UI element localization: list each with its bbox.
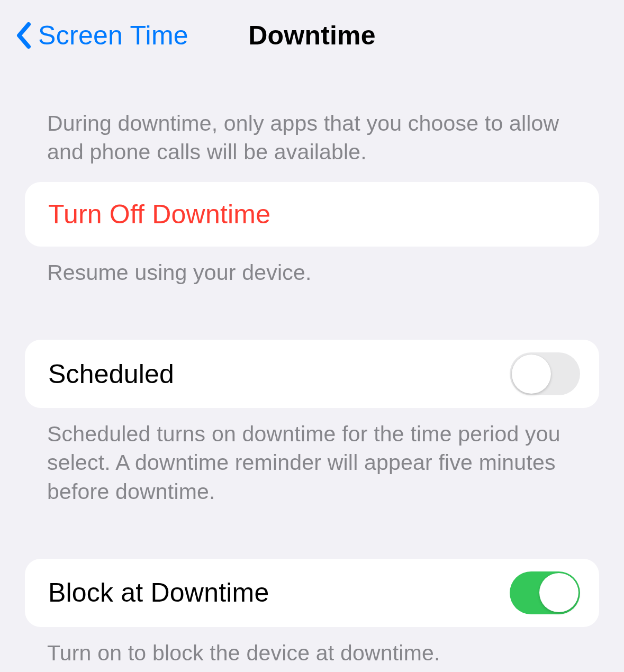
- block-toggle[interactable]: [510, 571, 580, 614]
- chevron-left-icon: [16, 22, 32, 49]
- turn-off-footer: Resume using your device.: [25, 247, 599, 287]
- block-footer: Turn on to block the device at downtime.: [25, 627, 599, 667]
- intro-description: During downtime, only apps that you choo…: [25, 67, 599, 182]
- header: Screen Time Downtime: [0, 0, 624, 67]
- scheduled-label: Scheduled: [48, 359, 174, 389]
- toggle-knob: [539, 573, 578, 612]
- scheduled-row: Scheduled: [25, 340, 599, 408]
- turn-off-downtime-button[interactable]: Turn Off Downtime: [25, 182, 599, 247]
- back-label: Screen Time: [38, 20, 188, 51]
- content: During downtime, only apps that you choo…: [0, 67, 624, 667]
- block-label: Block at Downtime: [48, 577, 269, 608]
- toggle-knob: [512, 355, 551, 394]
- block-row: Block at Downtime: [25, 559, 599, 627]
- scheduled-footer: Scheduled turns on downtime for the time…: [25, 408, 599, 505]
- scheduled-toggle[interactable]: [510, 352, 580, 395]
- turn-off-label: Turn Off Downtime: [48, 199, 576, 230]
- back-button[interactable]: Screen Time: [16, 20, 188, 51]
